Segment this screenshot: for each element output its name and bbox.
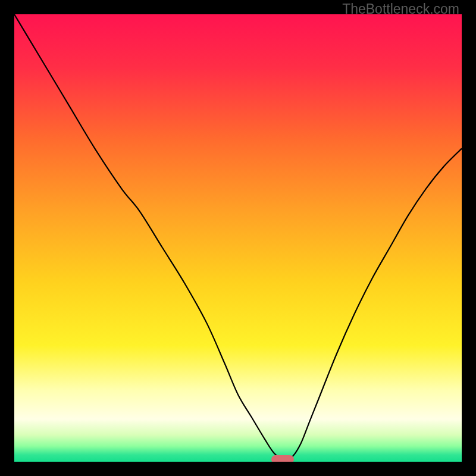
bottleneck-curve (14, 14, 462, 462)
plot-area (14, 14, 462, 462)
optimal-mark (271, 455, 294, 462)
watermark-text: TheBottleneck.com (342, 1, 459, 17)
chart-frame: TheBottleneck.com (0, 0, 476, 476)
